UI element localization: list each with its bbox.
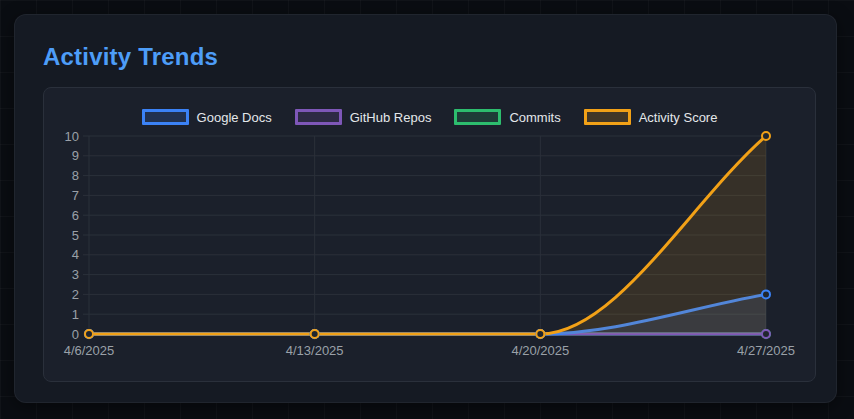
legend-item-google-docs[interactable]: Google Docs xyxy=(142,109,272,125)
x-tick-label: 4/20/2025 xyxy=(511,343,569,358)
data-point-activity-score[interactable] xyxy=(762,132,770,140)
data-point-activity-score[interactable] xyxy=(85,330,93,338)
y-tick-label: 9 xyxy=(72,148,79,163)
x-tick-label: 4/27/2025 xyxy=(737,343,795,358)
data-point-github-repos[interactable] xyxy=(762,330,770,338)
y-tick-label: 0 xyxy=(72,327,79,342)
commits-legend-swatch-icon xyxy=(454,109,501,125)
chart-legend: Google DocsGitHub ReposCommitsActivity S… xyxy=(44,109,815,125)
y-tick-label: 4 xyxy=(72,247,79,262)
activity-trends-card: Activity Trends Google DocsGitHub ReposC… xyxy=(14,14,837,403)
chart-panel: Google DocsGitHub ReposCommitsActivity S… xyxy=(43,87,816,382)
data-point-activity-score[interactable] xyxy=(536,330,544,338)
legend-item-github-repos[interactable]: GitHub Repos xyxy=(295,109,432,125)
data-point-google-docs[interactable] xyxy=(762,290,770,298)
y-tick-label: 8 xyxy=(72,168,79,183)
y-tick-label: 5 xyxy=(72,228,79,243)
legend-label: Google Docs xyxy=(197,110,272,125)
activity-chart: 0123456789104/6/20254/13/20254/20/20254/… xyxy=(44,88,815,381)
y-tick-label: 7 xyxy=(72,188,79,203)
y-tick-label: 10 xyxy=(65,129,79,144)
y-tick-label: 6 xyxy=(72,208,79,223)
legend-item-commits[interactable]: Commits xyxy=(454,109,560,125)
legend-item-activity-score[interactable]: Activity Score xyxy=(584,109,718,125)
y-tick-label: 1 xyxy=(72,307,79,322)
legend-label: Commits xyxy=(509,110,560,125)
x-tick-label: 4/13/2025 xyxy=(286,343,344,358)
y-tick-label: 2 xyxy=(72,287,79,302)
github-repos-legend-swatch-icon xyxy=(295,109,342,125)
x-tick-label: 4/6/2025 xyxy=(64,343,115,358)
data-point-activity-score[interactable] xyxy=(311,330,319,338)
activity-score-legend-swatch-icon xyxy=(584,109,631,125)
page-title: Activity Trends xyxy=(43,43,808,71)
google-docs-legend-swatch-icon xyxy=(142,109,189,125)
legend-label: GitHub Repos xyxy=(350,110,432,125)
legend-label: Activity Score xyxy=(639,110,718,125)
y-tick-label: 3 xyxy=(72,267,79,282)
